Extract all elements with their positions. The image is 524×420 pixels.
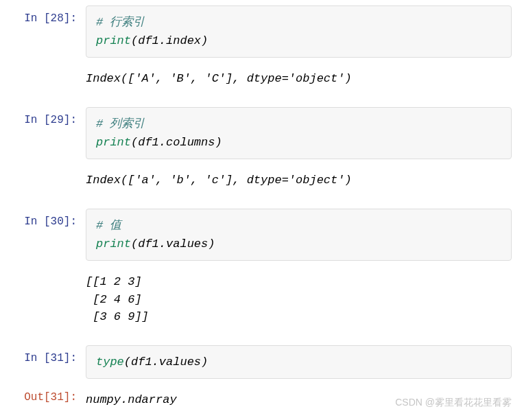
code-block-31: type(df1.values) bbox=[86, 345, 512, 379]
code-block-29: # 列索引 print(df1.columns) bbox=[86, 107, 512, 159]
input-row-30: In [30]: # 值 print(df1.values) bbox=[0, 209, 524, 261]
open-paren: ( bbox=[131, 136, 138, 149]
out-prompt-31: Out[31]: bbox=[0, 384, 86, 404]
open-paren: ( bbox=[131, 34, 138, 47]
cell-29: In [29]: # 列索引 print(df1.columns) Index(… bbox=[0, 107, 524, 196]
in-prompt-29: In [29]: bbox=[0, 107, 86, 126]
close-paren: ) bbox=[208, 237, 215, 250]
in-prompt-31: In [31]: bbox=[0, 345, 86, 364]
input-row-28: In [28]: # 行索引 print(df1.index) bbox=[0, 5, 524, 58]
code-area-29[interactable]: # 列索引 print(df1.columns) bbox=[86, 107, 524, 159]
close-paren: ) bbox=[201, 355, 208, 369]
output-area-29: Index(['a', 'b', 'c'], dtype='object') bbox=[86, 165, 524, 196]
input-row-29: In [29]: # 列索引 print(df1.columns) bbox=[0, 107, 524, 159]
code-arg: df1.columns bbox=[138, 136, 215, 149]
code-func: print bbox=[96, 237, 131, 250]
code-area-30[interactable]: # 值 print(df1.values) bbox=[86, 209, 524, 261]
code-comment: # 行索引 bbox=[96, 16, 145, 29]
in-prompt-30: In [30]: bbox=[0, 209, 86, 228]
in-prompt-28: In [28]: bbox=[0, 5, 86, 25]
output-text-29: Index(['a', 'b', 'c'], dtype='object') bbox=[86, 165, 512, 196]
code-func: type bbox=[96, 355, 124, 369]
empty-prompt bbox=[0, 266, 86, 273]
watermark: CSDN @雾里看花花里看雾 bbox=[395, 397, 512, 409]
code-block-30: # 值 print(df1.values) bbox=[86, 209, 512, 261]
code-area-28[interactable]: # 行索引 print(df1.index) bbox=[86, 5, 524, 58]
code-comment: # 值 bbox=[96, 219, 121, 232]
output-row-28: Index(['A', 'B', 'C'], dtype='object') bbox=[0, 63, 524, 95]
output-row-30: [[1 2 3] [2 4 6] [3 6 9]] bbox=[0, 266, 524, 333]
empty-prompt bbox=[0, 63, 86, 70]
code-comment: # 列索引 bbox=[96, 117, 145, 130]
output-area-28: Index(['A', 'B', 'C'], dtype='object') bbox=[86, 63, 524, 95]
code-arg: df1.index bbox=[138, 34, 201, 47]
output-text-28: Index(['A', 'B', 'C'], dtype='object') bbox=[86, 63, 512, 95]
cell-28: In [28]: # 行索引 print(df1.index) Index(['… bbox=[0, 5, 524, 95]
open-paren: ( bbox=[131, 237, 138, 250]
cell-30: In [30]: # 值 print(df1.values) [[1 2 3] … bbox=[0, 209, 524, 333]
code-func: print bbox=[96, 136, 131, 149]
output-area-30: [[1 2 3] [2 4 6] [3 6 9]] bbox=[86, 266, 524, 333]
code-block-28: # 行索引 print(df1.index) bbox=[86, 5, 512, 58]
output-text-30: [[1 2 3] [2 4 6] [3 6 9]] bbox=[86, 266, 512, 333]
close-paren: ) bbox=[201, 34, 208, 47]
code-arg: df1.values bbox=[138, 237, 208, 250]
input-row-31: In [31]: type(df1.values) bbox=[0, 345, 524, 379]
code-area-31[interactable]: type(df1.values) bbox=[86, 345, 524, 379]
close-paren: ) bbox=[215, 136, 222, 149]
code-func: print bbox=[96, 34, 131, 47]
code-arg: df1.values bbox=[131, 355, 201, 369]
open-paren: ( bbox=[124, 355, 131, 369]
output-row-29: Index(['a', 'b', 'c'], dtype='object') bbox=[0, 165, 524, 196]
empty-prompt bbox=[0, 165, 86, 172]
